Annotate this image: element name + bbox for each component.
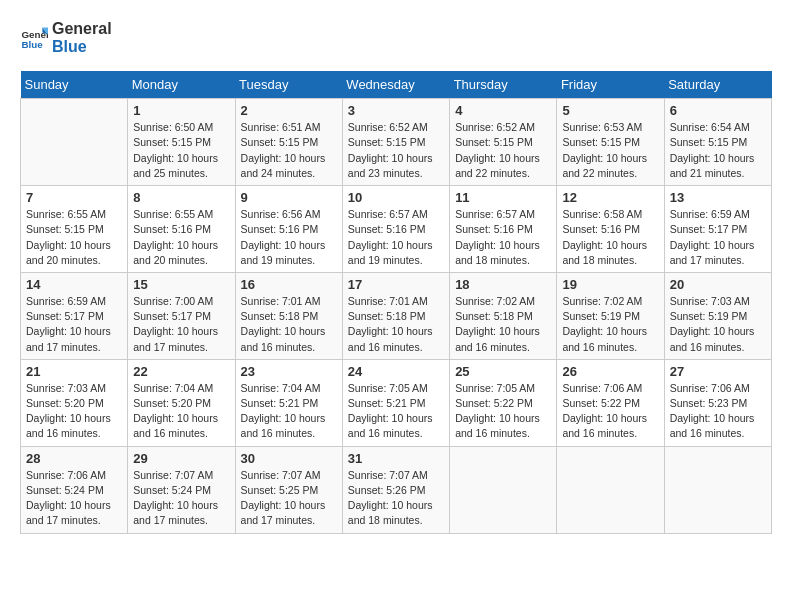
calendar-cell: 2Sunrise: 6:51 AM Sunset: 5:15 PM Daylig… bbox=[235, 99, 342, 186]
day-info: Sunrise: 7:00 AM Sunset: 5:17 PM Dayligh… bbox=[133, 294, 229, 355]
day-info: Sunrise: 7:06 AM Sunset: 5:24 PM Dayligh… bbox=[26, 468, 122, 529]
day-info: Sunrise: 7:02 AM Sunset: 5:19 PM Dayligh… bbox=[562, 294, 658, 355]
day-number: 25 bbox=[455, 364, 551, 379]
calendar-cell: 6Sunrise: 6:54 AM Sunset: 5:15 PM Daylig… bbox=[664, 99, 771, 186]
day-number: 18 bbox=[455, 277, 551, 292]
day-info: Sunrise: 6:58 AM Sunset: 5:16 PM Dayligh… bbox=[562, 207, 658, 268]
calendar-cell: 26Sunrise: 7:06 AM Sunset: 5:22 PM Dayli… bbox=[557, 359, 664, 446]
day-number: 24 bbox=[348, 364, 444, 379]
day-number: 22 bbox=[133, 364, 229, 379]
day-number: 1 bbox=[133, 103, 229, 118]
day-number: 31 bbox=[348, 451, 444, 466]
day-info: Sunrise: 6:53 AM Sunset: 5:15 PM Dayligh… bbox=[562, 120, 658, 181]
day-info: Sunrise: 6:56 AM Sunset: 5:16 PM Dayligh… bbox=[241, 207, 337, 268]
calendar-cell: 27Sunrise: 7:06 AM Sunset: 5:23 PM Dayli… bbox=[664, 359, 771, 446]
week-row-5: 28Sunrise: 7:06 AM Sunset: 5:24 PM Dayli… bbox=[21, 446, 772, 533]
weekday-header-sunday: Sunday bbox=[21, 71, 128, 99]
week-row-4: 21Sunrise: 7:03 AM Sunset: 5:20 PM Dayli… bbox=[21, 359, 772, 446]
day-info: Sunrise: 7:05 AM Sunset: 5:21 PM Dayligh… bbox=[348, 381, 444, 442]
day-info: Sunrise: 7:05 AM Sunset: 5:22 PM Dayligh… bbox=[455, 381, 551, 442]
calendar-cell: 13Sunrise: 6:59 AM Sunset: 5:17 PM Dayli… bbox=[664, 186, 771, 273]
calendar-cell: 31Sunrise: 7:07 AM Sunset: 5:26 PM Dayli… bbox=[342, 446, 449, 533]
calendar-cell: 12Sunrise: 6:58 AM Sunset: 5:16 PM Dayli… bbox=[557, 186, 664, 273]
day-info: Sunrise: 6:57 AM Sunset: 5:16 PM Dayligh… bbox=[455, 207, 551, 268]
day-info: Sunrise: 6:59 AM Sunset: 5:17 PM Dayligh… bbox=[26, 294, 122, 355]
calendar-cell: 4Sunrise: 6:52 AM Sunset: 5:15 PM Daylig… bbox=[450, 99, 557, 186]
day-info: Sunrise: 7:03 AM Sunset: 5:19 PM Dayligh… bbox=[670, 294, 766, 355]
weekday-header-row: SundayMondayTuesdayWednesdayThursdayFrid… bbox=[21, 71, 772, 99]
day-number: 6 bbox=[670, 103, 766, 118]
day-info: Sunrise: 6:54 AM Sunset: 5:15 PM Dayligh… bbox=[670, 120, 766, 181]
day-number: 10 bbox=[348, 190, 444, 205]
week-row-1: 1Sunrise: 6:50 AM Sunset: 5:15 PM Daylig… bbox=[21, 99, 772, 186]
calendar-cell: 22Sunrise: 7:04 AM Sunset: 5:20 PM Dayli… bbox=[128, 359, 235, 446]
week-row-2: 7Sunrise: 6:55 AM Sunset: 5:15 PM Daylig… bbox=[21, 186, 772, 273]
weekday-header-wednesday: Wednesday bbox=[342, 71, 449, 99]
day-number: 2 bbox=[241, 103, 337, 118]
day-number: 8 bbox=[133, 190, 229, 205]
day-number: 17 bbox=[348, 277, 444, 292]
calendar-cell: 10Sunrise: 6:57 AM Sunset: 5:16 PM Dayli… bbox=[342, 186, 449, 273]
day-number: 26 bbox=[562, 364, 658, 379]
calendar-cell: 28Sunrise: 7:06 AM Sunset: 5:24 PM Dayli… bbox=[21, 446, 128, 533]
calendar-cell: 11Sunrise: 6:57 AM Sunset: 5:16 PM Dayli… bbox=[450, 186, 557, 273]
logo-icon: General Blue bbox=[20, 24, 48, 52]
calendar-cell: 21Sunrise: 7:03 AM Sunset: 5:20 PM Dayli… bbox=[21, 359, 128, 446]
day-number: 27 bbox=[670, 364, 766, 379]
day-number: 5 bbox=[562, 103, 658, 118]
calendar-table: SundayMondayTuesdayWednesdayThursdayFrid… bbox=[20, 71, 772, 533]
day-info: Sunrise: 6:55 AM Sunset: 5:15 PM Dayligh… bbox=[26, 207, 122, 268]
calendar-cell: 25Sunrise: 7:05 AM Sunset: 5:22 PM Dayli… bbox=[450, 359, 557, 446]
page-header: General Blue General Blue bbox=[20, 20, 772, 55]
day-info: Sunrise: 7:07 AM Sunset: 5:25 PM Dayligh… bbox=[241, 468, 337, 529]
day-info: Sunrise: 7:04 AM Sunset: 5:20 PM Dayligh… bbox=[133, 381, 229, 442]
calendar-cell bbox=[557, 446, 664, 533]
day-info: Sunrise: 7:07 AM Sunset: 5:24 PM Dayligh… bbox=[133, 468, 229, 529]
calendar-cell: 15Sunrise: 7:00 AM Sunset: 5:17 PM Dayli… bbox=[128, 272, 235, 359]
day-number: 21 bbox=[26, 364, 122, 379]
day-info: Sunrise: 7:01 AM Sunset: 5:18 PM Dayligh… bbox=[241, 294, 337, 355]
day-number: 23 bbox=[241, 364, 337, 379]
day-number: 20 bbox=[670, 277, 766, 292]
day-info: Sunrise: 7:01 AM Sunset: 5:18 PM Dayligh… bbox=[348, 294, 444, 355]
day-info: Sunrise: 6:51 AM Sunset: 5:15 PM Dayligh… bbox=[241, 120, 337, 181]
logo: General Blue General Blue bbox=[20, 20, 112, 55]
day-number: 4 bbox=[455, 103, 551, 118]
calendar-cell: 7Sunrise: 6:55 AM Sunset: 5:15 PM Daylig… bbox=[21, 186, 128, 273]
calendar-cell: 18Sunrise: 7:02 AM Sunset: 5:18 PM Dayli… bbox=[450, 272, 557, 359]
day-number: 19 bbox=[562, 277, 658, 292]
day-number: 14 bbox=[26, 277, 122, 292]
day-number: 9 bbox=[241, 190, 337, 205]
weekday-header-thursday: Thursday bbox=[450, 71, 557, 99]
day-number: 11 bbox=[455, 190, 551, 205]
weekday-header-tuesday: Tuesday bbox=[235, 71, 342, 99]
day-number: 30 bbox=[241, 451, 337, 466]
calendar-cell: 29Sunrise: 7:07 AM Sunset: 5:24 PM Dayli… bbox=[128, 446, 235, 533]
day-number: 16 bbox=[241, 277, 337, 292]
day-info: Sunrise: 6:55 AM Sunset: 5:16 PM Dayligh… bbox=[133, 207, 229, 268]
calendar-cell: 3Sunrise: 6:52 AM Sunset: 5:15 PM Daylig… bbox=[342, 99, 449, 186]
day-number: 7 bbox=[26, 190, 122, 205]
weekday-header-saturday: Saturday bbox=[664, 71, 771, 99]
day-info: Sunrise: 7:06 AM Sunset: 5:23 PM Dayligh… bbox=[670, 381, 766, 442]
day-info: Sunrise: 6:59 AM Sunset: 5:17 PM Dayligh… bbox=[670, 207, 766, 268]
svg-text:Blue: Blue bbox=[21, 38, 43, 49]
week-row-3: 14Sunrise: 6:59 AM Sunset: 5:17 PM Dayli… bbox=[21, 272, 772, 359]
calendar-cell: 5Sunrise: 6:53 AM Sunset: 5:15 PM Daylig… bbox=[557, 99, 664, 186]
day-number: 3 bbox=[348, 103, 444, 118]
calendar-cell: 16Sunrise: 7:01 AM Sunset: 5:18 PM Dayli… bbox=[235, 272, 342, 359]
day-number: 28 bbox=[26, 451, 122, 466]
calendar-cell: 14Sunrise: 6:59 AM Sunset: 5:17 PM Dayli… bbox=[21, 272, 128, 359]
day-number: 13 bbox=[670, 190, 766, 205]
day-info: Sunrise: 7:06 AM Sunset: 5:22 PM Dayligh… bbox=[562, 381, 658, 442]
day-info: Sunrise: 6:52 AM Sunset: 5:15 PM Dayligh… bbox=[348, 120, 444, 181]
calendar-cell: 20Sunrise: 7:03 AM Sunset: 5:19 PM Dayli… bbox=[664, 272, 771, 359]
day-info: Sunrise: 6:57 AM Sunset: 5:16 PM Dayligh… bbox=[348, 207, 444, 268]
day-number: 29 bbox=[133, 451, 229, 466]
calendar-cell: 8Sunrise: 6:55 AM Sunset: 5:16 PM Daylig… bbox=[128, 186, 235, 273]
calendar-cell: 17Sunrise: 7:01 AM Sunset: 5:18 PM Dayli… bbox=[342, 272, 449, 359]
calendar-cell bbox=[21, 99, 128, 186]
day-info: Sunrise: 6:50 AM Sunset: 5:15 PM Dayligh… bbox=[133, 120, 229, 181]
calendar-cell bbox=[664, 446, 771, 533]
day-number: 15 bbox=[133, 277, 229, 292]
